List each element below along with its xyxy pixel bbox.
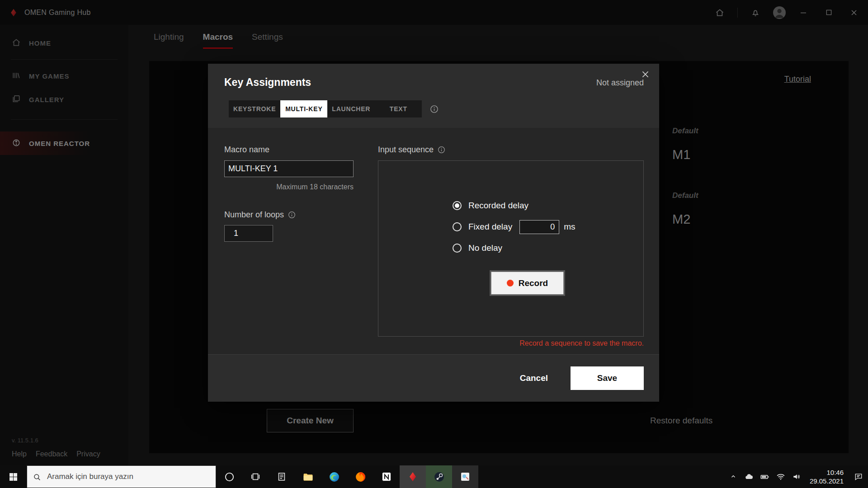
- dialog-title: Key Assignments: [224, 76, 311, 89]
- no-delay-option[interactable]: No delay: [453, 239, 502, 257]
- record-button-label: Record: [519, 278, 548, 288]
- action-center-icon[interactable]: [849, 465, 868, 488]
- volume-icon[interactable]: [792, 472, 802, 481]
- dialog-footer: Cancel Save: [208, 354, 659, 402]
- chevron-up-icon[interactable]: [728, 474, 738, 480]
- assignment-status: Not assigned: [596, 78, 644, 88]
- close-icon[interactable]: [638, 67, 652, 81]
- windows-taskbar: 10:46 29.05.2021: [0, 465, 868, 488]
- delay-option-label: Recorded delay: [468, 201, 528, 211]
- search-input[interactable]: [27, 466, 216, 488]
- cancel-button[interactable]: Cancel: [513, 369, 555, 388]
- ms-unit-label: ms: [564, 222, 575, 232]
- dialog-body: Macro name Maximum 18 characters Number …: [208, 128, 659, 354]
- clock-time: 10:46: [810, 468, 844, 477]
- document-icon[interactable]: [269, 465, 295, 488]
- task-view-icon[interactable]: [242, 465, 269, 488]
- screen: OMEN Gaming Hub: [0, 0, 868, 488]
- recorded-delay-option[interactable]: Recorded delay: [453, 197, 528, 214]
- file-explorer-icon[interactable]: [295, 465, 321, 488]
- input-sequence-label: Input sequence: [378, 145, 445, 155]
- radio-no-delay[interactable]: [453, 244, 462, 253]
- record-dot-icon: [507, 280, 514, 286]
- delay-option-label: Fixed delay: [468, 222, 512, 232]
- macro-name-label: Macro name: [224, 145, 269, 155]
- info-icon[interactable]: [288, 211, 296, 219]
- system-tray: [725, 472, 805, 482]
- taskbar-search: [27, 465, 216, 488]
- notion-icon[interactable]: [373, 465, 400, 488]
- save-button[interactable]: Save: [571, 366, 644, 390]
- battery-icon[interactable]: [760, 472, 770, 482]
- radio-recorded-delay[interactable]: [453, 201, 462, 210]
- info-icon[interactable]: [438, 146, 445, 154]
- dialog-tabs: KEYSTROKE MULTI-KEY LAUNCHER TEXT: [229, 100, 422, 117]
- onedrive-cloud-icon[interactable]: [744, 472, 754, 481]
- clock[interactable]: 10:46 29.05.2021: [805, 468, 849, 486]
- info-icon[interactable]: [430, 105, 439, 113]
- key-assignments-dialog: Key Assignments Not assigned KEYSTROKE M…: [208, 64, 659, 402]
- firefox-icon[interactable]: [347, 465, 373, 488]
- fixed-delay-input[interactable]: [519, 220, 559, 234]
- fixed-delay-option[interactable]: Fixed delay ms: [453, 218, 576, 235]
- paint-icon[interactable]: [452, 465, 478, 488]
- tab-multi-key[interactable]: MULTI-KEY: [280, 100, 327, 117]
- loops-input[interactable]: [224, 225, 273, 242]
- input-sequence-box: Recorded delay Fixed delay ms No delay: [378, 160, 644, 337]
- macro-name-helper: Maximum 18 characters: [224, 183, 354, 191]
- delay-option-label: No delay: [468, 243, 502, 253]
- start-button[interactable]: [0, 465, 27, 488]
- macro-name-input[interactable]: [224, 160, 354, 177]
- cortana-icon[interactable]: [216, 465, 242, 488]
- omen-app-window: OMEN Gaming Hub: [0, 0, 868, 465]
- clock-date: 29.05.2021: [810, 477, 844, 486]
- loops-label: Number of loops: [224, 210, 296, 220]
- tab-launcher[interactable]: LAUNCHER: [327, 100, 375, 117]
- edge-icon[interactable]: [321, 465, 347, 488]
- tab-keystroke[interactable]: KEYSTROKE: [229, 100, 280, 117]
- dialog-header: Key Assignments Not assigned KEYSTROKE M…: [208, 64, 659, 128]
- radio-fixed-delay[interactable]: [453, 222, 462, 231]
- steam-icon[interactable]: [426, 465, 452, 488]
- tab-text[interactable]: TEXT: [375, 100, 422, 117]
- loops-label-text: Number of loops: [224, 210, 284, 220]
- omen-icon[interactable]: [400, 465, 426, 488]
- sequence-error-message: Record a sequence to save the macro.: [378, 339, 644, 347]
- network-icon[interactable]: [776, 472, 786, 481]
- record-button[interactable]: Record: [491, 272, 564, 295]
- input-sequence-label-text: Input sequence: [378, 145, 434, 155]
- dialog-tabs-row: KEYSTROKE MULTI-KEY LAUNCHER TEXT: [229, 100, 439, 117]
- search-icon: [33, 473, 41, 481]
